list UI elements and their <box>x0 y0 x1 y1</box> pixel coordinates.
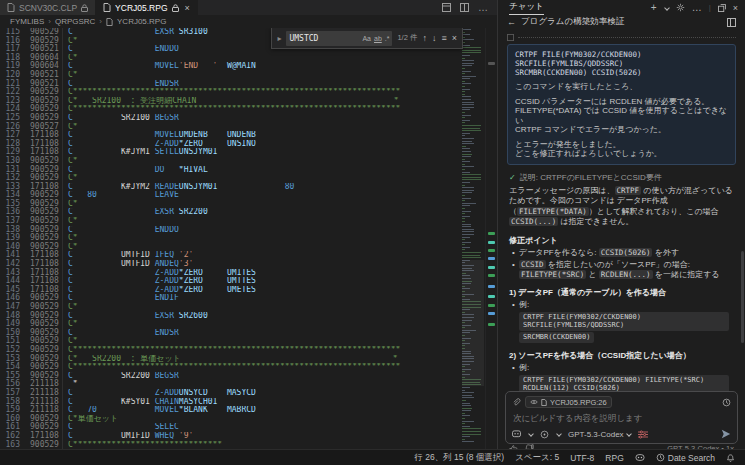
inline-code: CRTPF <box>615 186 642 195</box>
minimap-line <box>462 34 470 35</box>
minimap-line <box>462 169 465 170</box>
chat-header-actions: + … | × <box>651 2 738 13</box>
code-text: C Z-ADD*ZERO UMTTES <box>62 277 497 286</box>
chat-scrollbar[interactable] <box>741 251 744 343</box>
minimap-line <box>462 182 470 183</box>
minimap-line <box>462 115 471 116</box>
minimap-line <box>462 112 465 113</box>
code-line: 122900529C******************************… <box>0 88 497 97</box>
more-actions-icon[interactable]: … <box>692 2 702 13</box>
code-line: 158211118C K#SY01 CHAINMASYCH01 <box>0 398 497 407</box>
history-icon[interactable] <box>722 398 731 407</box>
match-case-icon[interactable]: Aa <box>362 35 371 42</box>
add-context-icon[interactable] <box>540 430 549 439</box>
minimap-line <box>462 387 470 388</box>
minimap-line <box>462 60 474 61</box>
minimap-line <box>462 141 472 142</box>
more-actions-icon[interactable]: … <box>478 2 488 13</box>
code-line: 127171108C MOVELUMDENB UNDENB <box>0 131 497 140</box>
breadcrumb-item-member[interactable]: YCRJ05.RPG <box>117 17 166 26</box>
close-find-icon[interactable]: × <box>452 34 457 43</box>
mode-picker-icon[interactable] <box>512 430 521 438</box>
code-text: C* <box>62 123 497 132</box>
notifications-bell-icon[interactable] <box>726 453 735 462</box>
minimap-line <box>462 96 471 97</box>
thumbs-down-icon[interactable] <box>525 444 534 450</box>
minimap-line <box>462 125 481 126</box>
attach-icon[interactable] <box>512 398 521 407</box>
code-text: C Z-ADD*ZERO UNSINO <box>62 140 497 149</box>
date-search-extension[interactable]: Date Search <box>656 453 715 463</box>
minimap-line <box>462 86 465 87</box>
tab-bar: SCNV30C.CLP YCRJ05.RPG × <box>0 0 497 15</box>
code-text: * <box>62 380 497 389</box>
language-mode[interactable]: RPG <box>605 453 623 463</box>
context-chip[interactable]: YCRJ05.RPG:26 <box>525 396 612 408</box>
gear-icon[interactable] <box>676 3 685 12</box>
split-editor-icon[interactable] <box>460 3 469 12</box>
breadcrumb-item-srcfile[interactable]: QRPGSRC <box>55 17 95 26</box>
text-segment: と <box>586 270 599 279</box>
overview-mark <box>488 312 495 315</box>
minimap-line <box>462 226 471 227</box>
chat-panel: チャット + … | × ← プログラムの構築効率検証 <box>497 0 745 449</box>
breadcrumb-item-library[interactable]: FYMLIBS <box>10 17 44 26</box>
minimap-line <box>462 190 474 191</box>
model-picker[interactable]: GPT-5.3-Codex <box>568 430 631 439</box>
whole-word-icon[interactable]: ab <box>374 35 382 42</box>
chevron-down-icon[interactable] <box>664 5 670 11</box>
close-tab-icon[interactable]: × <box>185 3 190 13</box>
minimap-line <box>462 81 465 82</box>
file-icon <box>541 399 547 406</box>
indentation[interactable]: スペース: 5 <box>515 452 559 464</box>
encoding[interactable]: UTF-8 <box>570 453 594 463</box>
new-chat-icon[interactable]: + <box>651 2 657 13</box>
minimap-slider[interactable] <box>462 260 484 386</box>
minimap-line <box>462 39 474 40</box>
back-icon[interactable]: ← <box>507 17 516 27</box>
minimap-line <box>462 117 465 118</box>
open-in-new-window-icon[interactable] <box>718 4 726 12</box>
find-input[interactable] <box>289 34 359 43</box>
minimap-line <box>462 428 481 429</box>
chat-panel-title[interactable]: チャット <box>509 0 544 15</box>
minimap[interactable] <box>462 29 484 449</box>
tab-ycrj05-rpg[interactable]: YCRJ05.RPG × <box>96 0 198 15</box>
file-icon <box>7 3 15 12</box>
text-segment: 例: <box>519 363 529 372</box>
open-in-editor-icon[interactable] <box>727 18 736 27</box>
previous-match-icon[interactable]: ↑ <box>422 34 427 43</box>
chevron-down-icon[interactable] <box>556 431 562 437</box>
minimap-line <box>462 208 465 209</box>
code-line: 143171108C Z-ADD*ZERO UMITES <box>0 269 497 278</box>
regex-icon[interactable]: .* <box>385 35 390 42</box>
copilot-icon[interactable] <box>635 453 645 462</box>
tools-icon[interactable] <box>638 430 648 439</box>
overview-mark <box>488 304 495 307</box>
minimap-line <box>462 203 476 204</box>
chevron-down-icon <box>626 431 632 437</box>
next-match-icon[interactable]: ↓ <box>432 34 437 43</box>
tab-scnv30c-clp[interactable]: SCNV30C.CLP <box>0 0 96 15</box>
eye-icon[interactable] <box>530 399 538 405</box>
code-line: 156211118 * <box>0 380 497 389</box>
code-line: 148900529C EXSR SR2600 <box>0 312 497 321</box>
thumbs-up-icon[interactable] <box>509 444 518 450</box>
response-heading: 修正ポイント <box>509 235 734 246</box>
chevron-down-icon[interactable] <box>528 431 534 437</box>
overview-ruler[interactable] <box>485 28 497 449</box>
chat-input[interactable]: 次にビルドする内容を説明します <box>513 413 730 425</box>
code-text: C DO *HIVAL <box>62 166 497 175</box>
send-button[interactable] <box>721 429 731 439</box>
cursor-position[interactable]: 行 26、列 15 (8 個選択) <box>414 452 504 464</box>
minimap-line <box>462 91 465 92</box>
close-panel-icon[interactable]: × <box>733 3 738 13</box>
history-divider <box>507 34 736 41</box>
code-line: 125900529C SR2100 BEGSR <box>0 114 497 123</box>
find-in-selection-icon[interactable]: ≡ <box>441 34 446 43</box>
code-editor[interactable]: 115900529C EXSR SR3100116900529C*1179005… <box>0 28 497 449</box>
layout-icon[interactable] <box>442 3 451 12</box>
toggle-replace-icon[interactable]: ▸ <box>277 34 281 43</box>
response-list-item: 例: <box>512 363 734 373</box>
reference-line[interactable]: ✓説明: CRTPFのFILETYPEとCCSID要件 <box>509 172 734 183</box>
